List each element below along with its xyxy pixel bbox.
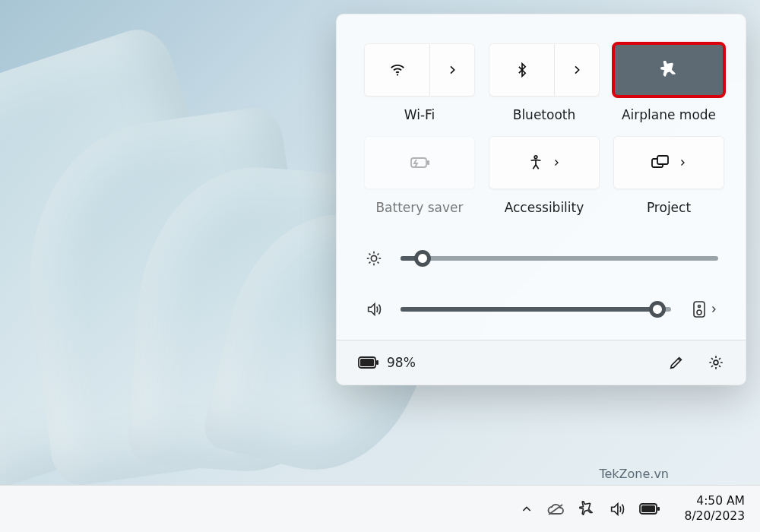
wifi-toggle[interactable] (365, 44, 430, 96)
chevron-right-icon (446, 64, 458, 76)
battery-saver-tile (364, 136, 475, 189)
project-icon (651, 154, 670, 171)
chevron-right-icon (709, 305, 718, 314)
accessibility-tile[interactable] (489, 136, 600, 189)
battery-saver-icon (408, 154, 431, 171)
cloud-icon (546, 502, 565, 516)
wifi-tile[interactable] (364, 43, 475, 97)
svg-point-3 (534, 156, 537, 159)
accessibility-icon (527, 154, 544, 171)
chevron-right-icon (678, 158, 687, 167)
bluetooth-label: Bluetooth (513, 107, 576, 122)
tray-overflow-button[interactable] (521, 503, 533, 515)
audio-output-button[interactable] (688, 300, 718, 318)
svg-rect-2 (427, 160, 429, 165)
chevron-up-icon (521, 503, 533, 515)
gear-icon (708, 354, 724, 371)
battery-status-button[interactable]: 98% (358, 355, 416, 370)
svg-rect-27 (657, 507, 660, 511)
svg-line-13 (369, 262, 370, 264)
project-tile[interactable] (613, 136, 724, 189)
chevron-right-icon (571, 64, 583, 76)
settings-button[interactable] (708, 354, 724, 371)
tray-battery-button[interactable] (639, 503, 660, 515)
brightness-slider[interactable] (401, 256, 718, 261)
quick-settings-tiles: Wi-Fi Bluetooth (337, 14, 746, 223)
quick-settings-footer: 98% (337, 340, 746, 385)
wifi-label: Wi-Fi (404, 107, 435, 122)
wifi-icon (389, 62, 406, 78)
brightness-slider-thumb[interactable] (414, 250, 431, 267)
svg-rect-5 (657, 156, 668, 164)
accessibility-label: Accessibility (505, 200, 584, 215)
taskbar-clock[interactable]: 4:50 AM 8/20/2023 (685, 494, 745, 524)
wifi-expand-button[interactable] (430, 44, 474, 96)
quick-settings-flyout: Wi-Fi Bluetooth (336, 14, 746, 385)
airplane-icon (578, 501, 595, 518)
svg-marker-24 (611, 503, 617, 515)
bluetooth-tile[interactable] (489, 43, 600, 97)
svg-rect-20 (360, 359, 374, 366)
svg-point-22 (714, 360, 718, 365)
svg-point-18 (697, 310, 701, 315)
brightness-icon (364, 250, 384, 267)
svg-rect-1 (411, 158, 426, 167)
system-tray (521, 501, 660, 518)
battery-icon (639, 503, 660, 515)
taskbar-date: 8/20/2023 (685, 509, 745, 524)
bluetooth-icon (515, 62, 530, 78)
svg-rect-21 (376, 360, 378, 365)
svg-point-17 (698, 306, 701, 308)
taskbar: 4:50 AM 8/20/2023 (0, 485, 760, 532)
tray-onedrive-button[interactable] (546, 502, 565, 516)
sliders-section (337, 236, 746, 340)
speaker-device-icon (692, 300, 706, 318)
project-label: Project (647, 200, 691, 215)
volume-icon (609, 501, 625, 518)
airplane-mode-tile[interactable] (613, 43, 724, 97)
edit-quick-settings-button[interactable] (668, 354, 685, 371)
tray-volume-button[interactable] (609, 501, 625, 518)
airplane-icon (660, 61, 678, 79)
bluetooth-toggle[interactable] (489, 44, 555, 96)
volume-slider-row (364, 300, 718, 318)
bluetooth-expand-button[interactable] (555, 44, 599, 96)
battery-icon (358, 356, 379, 369)
volume-slider[interactable] (401, 307, 671, 312)
svg-line-11 (369, 253, 370, 255)
tray-airplane-mode-button[interactable] (578, 501, 595, 518)
svg-point-0 (396, 74, 397, 75)
svg-marker-15 (369, 304, 375, 315)
volume-slider-thumb[interactable] (649, 301, 666, 318)
battery-saver-label: Battery saver (375, 200, 463, 215)
watermark-text: TekZone.vn (599, 467, 669, 481)
svg-line-12 (378, 262, 379, 264)
taskbar-time: 4:50 AM (685, 494, 745, 508)
airplane-mode-label: Airplane mode (622, 107, 716, 122)
svg-rect-26 (641, 505, 655, 512)
pencil-icon (668, 354, 685, 371)
chevron-right-icon (552, 158, 561, 167)
svg-line-14 (378, 253, 379, 255)
volume-icon (364, 301, 384, 318)
svg-line-23 (549, 505, 562, 515)
svg-point-6 (371, 255, 376, 261)
brightness-slider-row (364, 250, 718, 267)
battery-percent-text: 98% (387, 355, 416, 370)
